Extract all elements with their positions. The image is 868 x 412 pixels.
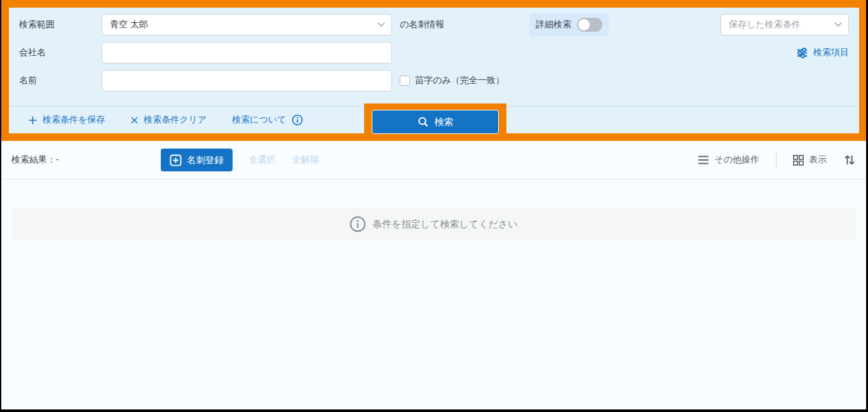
name-input[interactable] [102,70,392,91]
info-icon [292,114,303,126]
register-card-button[interactable]: 名刺登録 [161,149,233,171]
sort-icon [843,154,856,166]
other-actions-button[interactable]: その他操作 [698,154,759,166]
toggle-switch-icon[interactable] [577,18,602,32]
surname-only-checkbox[interactable] [400,76,410,86]
display-button[interactable]: 表示 [793,154,827,166]
display-label: 表示 [809,154,827,166]
menu-icon [698,156,709,164]
search-button-highlight: 検索 [364,103,506,141]
toggle-knob [578,19,590,30]
advanced-search-toggle[interactable]: 詳細検索 [529,13,609,36]
sort-order-button[interactable] [843,154,856,166]
company-label: 会社名 [19,47,102,58]
empty-state-message: 条件を指定して検索してください [372,218,517,230]
name-row: 名前 苗字のみ（完全一致） [19,70,849,91]
card-plus-icon [170,154,182,166]
search-button[interactable]: 検索 [372,110,499,134]
toolbar-divider [776,151,776,169]
name-label: 名前 [19,75,102,86]
search-icon [417,116,429,128]
scope-suffix: の名刺情報 [400,19,444,30]
scope-label: 検索範囲 [19,19,102,30]
surname-only-label: 苗字のみ（完全一致） [415,75,505,86]
about-search-link[interactable]: 検索について [232,114,302,126]
result-count: 検索結果：- [11,154,59,166]
other-actions-label: その他操作 [714,154,759,166]
scope-row: 検索範囲 青空 太郎 の名刺情報 詳細検索 [19,14,849,36]
app-viewport: 検索範囲 青空 太郎 の名刺情報 詳細検索 [1,0,866,409]
advanced-search-label: 詳細検索 [536,19,571,30]
close-icon [130,116,139,124]
plus-icon [28,116,37,125]
clear-condition-label: 検索条件クリア [144,114,207,126]
scope-value: 青空 太郎 [110,19,148,30]
saved-conditions-select[interactable]: 保存した検索条件 [721,14,849,36]
sliders-icon [796,47,808,59]
scope-select[interactable]: 青空 太郎 [102,14,392,36]
about-search-label: 検索について [232,114,286,126]
grid-icon [793,155,804,166]
info-circle-icon [349,216,366,232]
save-condition-label: 検索条件を保存 [43,114,105,126]
chevron-down-icon [834,22,842,27]
search-button-label: 検索 [435,116,454,128]
empty-state: 条件を指定して検索してください [11,208,856,241]
chevron-down-icon [377,22,385,27]
search-fields-label: 検索項目 [813,47,849,58]
saved-conditions-placeholder: 保存した検索条件 [729,19,801,30]
search-fields-link[interactable]: 検索項目 [796,47,849,59]
results-toolbar: 検索結果：- 名刺登録 全選択 全解除 [1,141,866,180]
company-input[interactable] [102,42,392,63]
deselect-all-link[interactable]: 全解除 [292,154,319,166]
register-card-label: 名刺登録 [187,154,224,166]
select-all-link[interactable]: 全選択 [249,154,276,166]
screenshot-frame: 検索範囲 青空 太郎 の名刺情報 詳細検索 [0,0,868,412]
clear-condition-link[interactable]: 検索条件クリア [130,114,207,126]
save-condition-link[interactable]: 検索条件を保存 [28,114,105,126]
toolbar-right-group: その他操作 表示 [698,151,856,169]
company-row: 会社名 検索項目 [19,42,849,63]
